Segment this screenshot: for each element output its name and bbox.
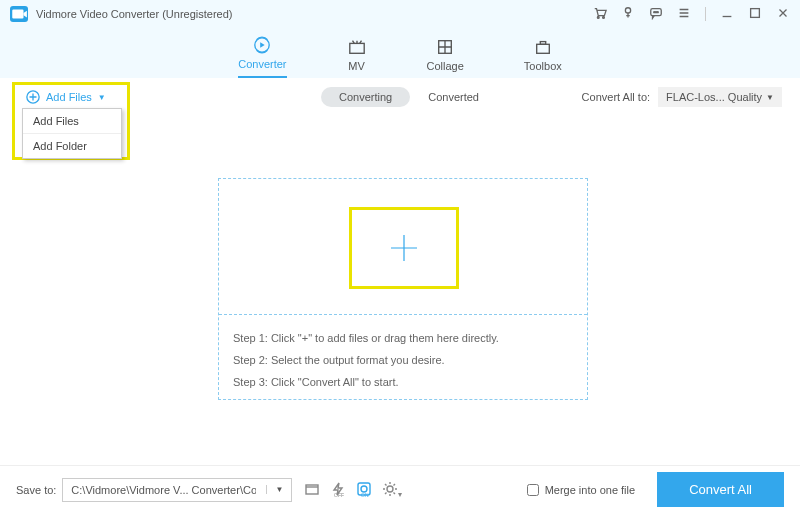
nav-tab-label: Collage: [427, 60, 464, 72]
titlebar: Vidmore Video Converter (Unregistered): [0, 0, 800, 28]
svg-rect-8: [751, 9, 760, 18]
save-to-label: Save to:: [16, 484, 56, 496]
settings-icon[interactable]: ▾: [382, 481, 402, 499]
app-title: Vidmore Video Converter (Unregistered): [36, 8, 232, 20]
instruction-steps: Step 1: Click "+" to add files or drag t…: [233, 327, 499, 393]
save-path-select[interactable]: C:\Vidmore\Vidmore V... Converter\Conver…: [62, 478, 292, 502]
svg-point-21: [387, 486, 393, 492]
convert-all-button[interactable]: Convert All: [657, 472, 784, 507]
open-folder-icon[interactable]: [304, 481, 320, 499]
step-text: Step 3: Click "Convert All" to start.: [233, 371, 499, 393]
merge-checkbox-group[interactable]: Merge into one file: [527, 484, 636, 496]
output-format-value: FLAC-Los... Quality: [666, 91, 762, 103]
tab-converted[interactable]: Converted: [428, 91, 479, 103]
dropdown-item-add-files[interactable]: Add Files: [23, 109, 121, 134]
add-files-label: Add Files: [46, 91, 92, 103]
svg-point-7: [657, 12, 658, 13]
chevron-down-icon[interactable]: ▼: [266, 485, 283, 494]
svg-point-5: [654, 12, 655, 13]
key-icon[interactable]: [621, 6, 635, 22]
svg-point-2: [603, 17, 605, 19]
dropzone-divider: [219, 314, 587, 315]
merge-label: Merge into one file: [545, 484, 636, 496]
action-bar: Add Files ▼ Add Files Add Folder Convert…: [0, 78, 800, 116]
convert-all-to-label: Convert All to:: [582, 91, 650, 103]
svg-text:ON: ON: [361, 492, 369, 497]
lightning-off-icon[interactable]: OFF: [330, 481, 346, 499]
dropdown-item-add-folder[interactable]: Add Folder: [23, 134, 121, 158]
svg-point-6: [655, 12, 656, 13]
nav-tab-label: Toolbox: [524, 60, 562, 72]
nav-tab-mv[interactable]: MV: [347, 38, 367, 78]
app-logo: [10, 6, 28, 22]
svg-point-1: [597, 17, 599, 19]
nav-tab-label: MV: [348, 60, 365, 72]
chevron-down-icon: ▼: [98, 93, 106, 102]
tab-converting[interactable]: Converting: [321, 87, 410, 107]
nav-tab-toolbox[interactable]: Toolbox: [524, 38, 562, 78]
close-button[interactable]: [776, 6, 790, 22]
svg-rect-0: [12, 10, 23, 19]
cart-icon[interactable]: [593, 6, 607, 22]
main-nav: Converter MV Collage Toolbox: [0, 28, 800, 78]
nav-tab-converter[interactable]: Converter: [238, 36, 286, 78]
nav-tab-collage[interactable]: Collage: [427, 38, 464, 78]
menu-icon[interactable]: [677, 6, 691, 22]
step-text: Step 2: Select the output format you des…: [233, 349, 499, 371]
add-files-bigplus[interactable]: [349, 207, 459, 289]
save-path-value: C:\Vidmore\Vidmore V... Converter\Conver…: [71, 484, 256, 496]
bottom-bar: Save to: C:\Vidmore\Vidmore V... Convert…: [0, 465, 800, 513]
file-dropzone[interactable]: Step 1: Click "+" to add files or drag t…: [218, 178, 588, 400]
chevron-down-icon: ▼: [766, 93, 774, 102]
divider: [705, 7, 706, 21]
output-format-select[interactable]: FLAC-Los... Quality ▼: [658, 87, 782, 107]
svg-text:OFF: OFF: [334, 492, 344, 497]
add-files-button[interactable]: Add Files ▼: [18, 84, 114, 110]
svg-rect-13: [536, 44, 549, 53]
feedback-icon[interactable]: [649, 6, 663, 22]
maximize-button[interactable]: [748, 6, 762, 22]
minimize-button[interactable]: [720, 6, 734, 22]
svg-rect-11: [349, 43, 363, 53]
step-text: Step 1: Click "+" to add files or drag t…: [233, 327, 499, 349]
add-files-dropdown: Add Files Add Folder: [22, 108, 122, 159]
svg-marker-10: [261, 42, 266, 47]
svg-rect-14: [540, 42, 545, 45]
svg-point-3: [625, 8, 630, 13]
gpu-on-icon[interactable]: ON: [356, 481, 372, 499]
merge-checkbox[interactable]: [527, 484, 539, 496]
nav-tab-label: Converter: [238, 58, 286, 70]
